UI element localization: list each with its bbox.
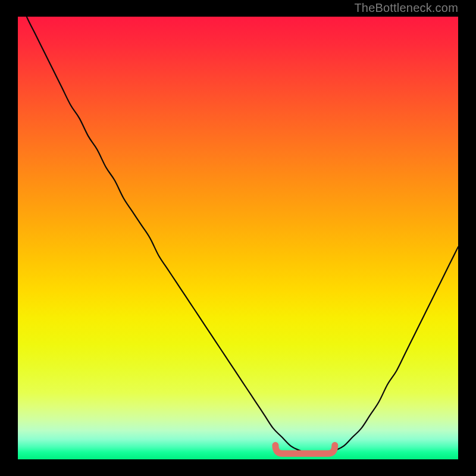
bottleneck-curve xyxy=(18,17,458,459)
curve-path xyxy=(18,17,458,455)
plot-area xyxy=(18,17,458,459)
watermark-text: TheBottleneck.com xyxy=(354,1,458,15)
chart-frame: TheBottleneck.com xyxy=(0,0,476,476)
valley-marker xyxy=(275,445,335,453)
